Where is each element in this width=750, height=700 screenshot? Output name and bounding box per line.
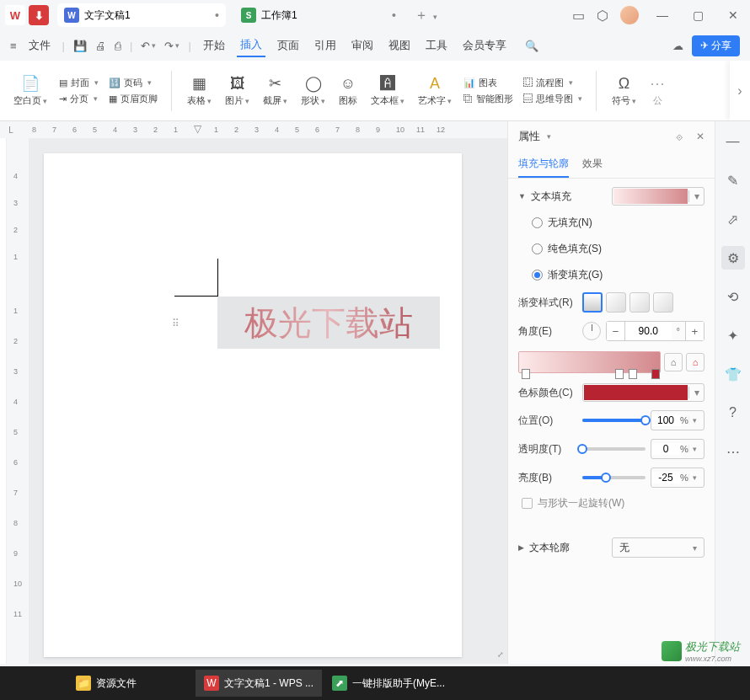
rotate-with-shape-checkbox[interactable]: 与形状一起旋转(W) — [518, 496, 704, 510]
app-icon-download[interactable]: ⬇ — [29, 5, 49, 25]
radio-solid-fill[interactable]: 纯色填充(S) — [518, 240, 704, 258]
collapse-icon[interactable]: ▼ — [518, 192, 526, 200]
increment-button[interactable]: + — [685, 322, 704, 340]
outline-select[interactable]: 无▾ — [612, 537, 704, 558]
print-preview-icon[interactable]: ⎙ — [115, 40, 121, 52]
undo-icon[interactable]: ↶▾ — [141, 40, 156, 52]
refresh-icon[interactable]: ⟲ — [721, 285, 745, 308]
chevron-down-icon[interactable]: ▾ — [693, 543, 697, 553]
symbol-button[interactable]: Ω符号▾ — [607, 73, 641, 109]
shirt-icon[interactable]: 👕 — [721, 362, 745, 386]
gradient-stop[interactable] — [615, 369, 624, 379]
vertical-ruler[interactable]: 43211234567891011 — [7, 138, 29, 664]
menu-reference[interactable]: 引用 — [311, 35, 340, 56]
gradient-style-picker[interactable] — [582, 292, 673, 313]
stop-color-swatch[interactable]: ▾ — [582, 383, 704, 402]
textbox-button[interactable]: 🅰文本框▾ — [366, 73, 410, 109]
cover-button[interactable]: ▤ 封面▾ — [56, 76, 102, 90]
position-input[interactable]: %▾ — [651, 410, 704, 430]
close-button[interactable]: ✕ — [721, 8, 745, 22]
canvas[interactable]: ⠿ 极光下载站 ⤢ — [29, 138, 507, 664]
ribbon-overflow-button[interactable]: › — [730, 61, 750, 120]
screenshot-button[interactable]: ✂截屏▾ — [258, 72, 292, 109]
cube-icon[interactable]: ⬡ — [597, 8, 608, 24]
close-panel-icon[interactable]: ✕ — [696, 131, 704, 142]
icon-button[interactable]: ☺图标 — [334, 73, 362, 109]
tab-document-2[interactable]: S 工作簿1 • — [234, 3, 403, 27]
horizontal-ruler[interactable]: 87654321123456789101112 ▽ — [22, 121, 507, 138]
chevron-down-icon[interactable]: ▾ — [547, 132, 551, 141]
menu-member[interactable]: 会员专享 — [459, 35, 510, 56]
smartart-button[interactable]: ⿻ 智能图形 — [460, 92, 517, 106]
menu-insert[interactable]: 插入 — [237, 34, 265, 57]
menu-file[interactable]: 文件 — [25, 35, 54, 56]
gradient-stop-active[interactable] — [651, 369, 660, 379]
taskbar-item-folder[interactable]: 📁 资源文件 — [67, 670, 194, 697]
menu-start[interactable]: 开始 — [200, 35, 228, 56]
minimize-button[interactable]: — — [651, 8, 674, 22]
tab-fill-outline[interactable]: 填充与轮廓 — [518, 152, 569, 178]
gradient-linear[interactable] — [582, 292, 603, 313]
app-icon-wps[interactable]: W — [5, 5, 25, 25]
shape-button[interactable]: ◯形状▾ — [296, 72, 330, 109]
new-tab-button[interactable]: ＋ ▾ — [406, 7, 446, 24]
cursor-icon[interactable]: ⬀ — [721, 207, 745, 231]
search-icon[interactable]: 🔍 — [525, 40, 538, 52]
gradient-rect[interactable] — [629, 292, 650, 313]
position-slider[interactable] — [582, 419, 646, 422]
remove-stop-button[interactable]: ⌂ — [686, 353, 704, 371]
menu-page[interactable]: 页面 — [274, 35, 303, 56]
fill-color-swatch[interactable]: ▾ — [612, 187, 704, 206]
brightness-input[interactable]: %▾ — [651, 468, 704, 488]
nav-strip[interactable] — [0, 138, 7, 664]
cloud-icon[interactable]: ☁ — [672, 40, 683, 52]
angle-knob[interactable] — [582, 322, 601, 340]
gradient-path[interactable] — [653, 292, 673, 313]
header-footer-button[interactable]: ▦ 页眉页脚 — [105, 92, 161, 106]
pagination-button[interactable]: ⇥ 分页▾ — [56, 92, 102, 106]
blank-page-button[interactable]: 📄 空白页▾ — [8, 72, 52, 109]
hamburger-icon[interactable]: ≡ — [10, 40, 17, 52]
picture-button[interactable]: 🖼图片▾ — [220, 73, 254, 109]
tab-effects[interactable]: 效果 — [582, 152, 603, 178]
taskbar-item-helper[interactable]: ⬈ 一键排版助手(MyE... — [324, 670, 453, 697]
redo-icon[interactable]: ↷▾ — [164, 40, 179, 52]
maximize-button[interactable]: ▢ — [686, 8, 710, 22]
sparkle-icon[interactable]: ✦ — [721, 323, 745, 347]
more-button[interactable]: ⋯公 — [645, 72, 670, 109]
radio-no-fill[interactable]: 无填充(N) — [518, 214, 704, 232]
add-stop-button[interactable]: ⌂ — [664, 353, 683, 371]
close-icon[interactable]: • — [215, 8, 219, 22]
table-button[interactable]: ▦表格▾ — [182, 72, 217, 109]
chart-button[interactable]: 📊 图表 — [460, 76, 517, 90]
gradient-radial[interactable] — [606, 292, 626, 313]
pin-icon[interactable]: ⟐ — [676, 130, 683, 143]
save-icon[interactable]: 💾 — [73, 40, 87, 52]
transparency-slider[interactable] — [582, 447, 646, 451]
share-button[interactable]: ✈ 分享 — [692, 35, 740, 56]
menu-view[interactable]: 视图 — [385, 35, 414, 56]
menu-tools[interactable]: 工具 — [422, 35, 451, 56]
more-icon[interactable]: ⋯ — [721, 440, 745, 463]
close-icon[interactable]: • — [392, 8, 396, 22]
pencil-icon[interactable]: ✎ — [721, 168, 745, 192]
print-icon[interactable]: 🖨 — [95, 40, 106, 52]
angle-spinner[interactable]: − ° + — [606, 321, 704, 341]
menu-review[interactable]: 审阅 — [348, 35, 377, 56]
angle-input[interactable] — [625, 322, 672, 340]
expand-icon[interactable]: ▶ — [518, 543, 524, 552]
taskbar-item-wps[interactable]: W 文字文稿1 - WPS ... — [196, 670, 322, 697]
radio-gradient-fill[interactable]: 渐变填充(G) — [518, 266, 704, 284]
indent-marker-icon[interactable]: ▽ — [194, 123, 201, 135]
tab-document-1[interactable]: W 文字文稿1 • — [57, 3, 226, 27]
settings-sliders-icon[interactable]: ⚙ — [721, 246, 745, 270]
drag-handle-icon[interactable]: ⠿ — [172, 318, 177, 329]
transparency-input[interactable]: %▾ — [651, 439, 704, 459]
decrement-button[interactable]: − — [607, 322, 625, 340]
reader-icon[interactable]: ▭ — [572, 8, 585, 24]
chevron-down-icon[interactable]: ▾ — [688, 387, 704, 398]
flowchart-button[interactable]: ⿶ 流程图▾ — [520, 76, 586, 90]
brightness-slider[interactable] — [582, 476, 646, 479]
help-icon[interactable]: ? — [721, 401, 745, 425]
gradient-stop[interactable] — [522, 369, 530, 379]
